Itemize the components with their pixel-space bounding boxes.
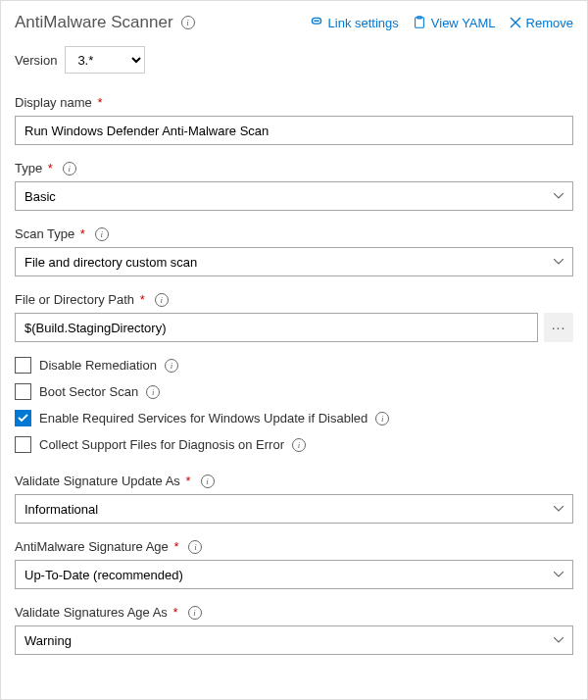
- checkbox-label: Collect Support Files for Diagnosis on E…: [39, 437, 284, 452]
- info-icon[interactable]: i: [201, 475, 215, 488]
- checkbox-icon: [15, 410, 31, 426]
- link-settings-label: Link settings: [328, 16, 399, 30]
- path-label: File or Directory Path: [15, 292, 134, 307]
- remove-label: Remove: [526, 16, 573, 30]
- checkbox-boot-sector[interactable]: Boot Sector Scan i: [15, 378, 573, 405]
- title-group: AntiMalware Scanner i: [15, 13, 195, 32]
- type-label: Type: [15, 161, 42, 175]
- info-icon[interactable]: i: [63, 162, 76, 175]
- header-actions: Link settings View YAML Remove: [310, 16, 573, 30]
- validate-sig-update-label: Validate Signature Update As: [15, 474, 180, 488]
- info-icon[interactable]: i: [181, 16, 195, 29]
- field-scan-type: Scan Type * i File and directory custom …: [15, 226, 573, 276]
- view-yaml-button[interactable]: View YAML: [413, 16, 496, 30]
- browse-button[interactable]: ···: [544, 313, 573, 342]
- required-marker: *: [182, 474, 191, 488]
- info-icon[interactable]: i: [188, 540, 202, 554]
- checkbox-group: Disable Remediation i Boot Sector Scan i…: [15, 352, 573, 458]
- scan-type-label: Scan Type: [15, 226, 74, 241]
- required-marker: *: [171, 539, 179, 554]
- info-icon[interactable]: i: [292, 438, 306, 452]
- required-marker: *: [94, 95, 103, 110]
- field-type: Type * i Basic: [15, 161, 573, 211]
- checkbox-label: Disable Remediation: [39, 358, 157, 373]
- info-icon[interactable]: i: [188, 606, 202, 620]
- link-icon: [310, 16, 323, 29]
- header: AntiMalware Scanner i Link settings View…: [15, 13, 573, 32]
- sig-age-label: AntiMalware Signature Age: [15, 539, 169, 554]
- checkbox-collect-files[interactable]: Collect Support Files for Diagnosis on E…: [15, 431, 573, 458]
- info-icon[interactable]: i: [95, 227, 109, 241]
- checkbox-disable-remediation[interactable]: Disable Remediation i: [15, 352, 573, 378]
- scan-type-select[interactable]: File and directory custom scan: [15, 247, 573, 276]
- clipboard-icon: [413, 16, 426, 29]
- sig-age-select[interactable]: Up-To-Date (recommended): [15, 560, 573, 589]
- validate-sig-age-select[interactable]: Warning: [15, 625, 573, 655]
- type-select[interactable]: Basic: [15, 181, 573, 211]
- validate-sig-age-label: Validate Signatures Age As: [15, 605, 168, 620]
- field-sig-age: AntiMalware Signature Age * i Up-To-Date…: [15, 539, 573, 589]
- remove-button[interactable]: Remove: [510, 16, 573, 30]
- link-settings-button[interactable]: Link settings: [310, 16, 399, 30]
- version-select[interactable]: 3.*: [65, 46, 145, 74]
- path-input[interactable]: [15, 313, 538, 342]
- required-marker: *: [170, 605, 178, 620]
- field-validate-sig-update: Validate Signature Update As * i Informa…: [15, 474, 573, 524]
- checkbox-icon: [15, 357, 31, 374]
- info-icon[interactable]: i: [155, 293, 169, 307]
- field-path: File or Directory Path * i ···: [15, 292, 573, 342]
- info-icon[interactable]: i: [375, 412, 389, 425]
- info-icon[interactable]: i: [146, 385, 160, 399]
- close-icon: [510, 17, 521, 28]
- checkbox-icon: [15, 383, 31, 400]
- required-marker: *: [76, 226, 85, 241]
- checkbox-icon: [15, 436, 31, 453]
- required-marker: *: [44, 161, 53, 175]
- display-name-input[interactable]: [15, 116, 573, 145]
- version-row: Version 3.*: [15, 46, 573, 74]
- version-label: Version: [15, 53, 57, 68]
- info-icon[interactable]: i: [165, 359, 178, 373]
- display-name-label: Display name: [15, 95, 92, 110]
- field-display-name: Display name *: [15, 95, 573, 145]
- required-marker: *: [136, 292, 145, 307]
- checkbox-label: Boot Sector Scan: [39, 384, 138, 399]
- field-validate-sig-age: Validate Signatures Age As * i Warning: [15, 605, 573, 655]
- checkbox-label: Enable Required Services for Windows Upd…: [39, 411, 368, 425]
- page-title: AntiMalware Scanner: [15, 13, 173, 32]
- task-panel: AntiMalware Scanner i Link settings View…: [0, 0, 588, 700]
- validate-sig-update-select[interactable]: Informational: [15, 494, 573, 524]
- view-yaml-label: View YAML: [431, 16, 496, 30]
- checkbox-enable-services[interactable]: Enable Required Services for Windows Upd…: [15, 405, 573, 431]
